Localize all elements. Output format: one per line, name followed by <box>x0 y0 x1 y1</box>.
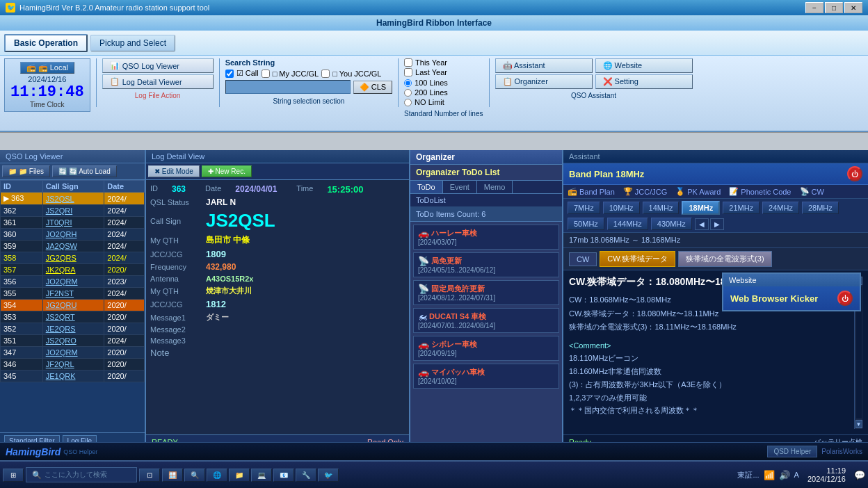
table-row[interactable]: 356 JO2QRM 2023/ <box>1 276 145 288</box>
table-row[interactable]: 352 JE2QRS 2020/ <box>1 323 145 335</box>
this-year-checkbox[interactable] <box>404 58 412 67</box>
local-button[interactable]: 📻 📻 Local <box>20 62 74 74</box>
taskbar-app-3[interactable]: 🌐 <box>207 469 227 482</box>
band-plan-title: Band Plan 18MHz <box>569 169 644 179</box>
list-item[interactable]: 🚗 ハーレー車検 [2024/03/07] <box>413 225 559 250</box>
tab-phonetic-code[interactable]: 📝 Phonetic Code <box>729 187 791 196</box>
table-row[interactable]: 355 JF2NST 2024/ <box>1 288 145 300</box>
scroll-down-button[interactable]: ▼ <box>855 420 862 428</box>
cw-tab-cw[interactable]: CW <box>569 252 597 266</box>
taskbar-app-2[interactable]: 🔍 <box>184 469 205 482</box>
taskbar-app-7[interactable]: 🔧 <box>296 469 316 482</box>
next-arrow[interactable]: ▶ <box>710 218 724 230</box>
tab-jcc-jcg[interactable]: 🏆 JCC/JCG <box>623 187 667 196</box>
freq-144mhz[interactable]: 144MHz <box>607 218 648 230</box>
tab-memo[interactable]: Memo <box>477 181 513 193</box>
no-limit-radio[interactable] <box>404 99 412 106</box>
tab-band-plan[interactable]: 📻 Band Plan <box>568 187 615 196</box>
start-button[interactable]: ⊞ <box>3 469 24 482</box>
you-jcc-gl-checkbox[interactable] <box>321 70 330 78</box>
organizer-button[interactable]: 📋 Organizer <box>495 74 593 89</box>
tab-pickup-and-select[interactable]: Pickup and Select <box>90 35 175 51</box>
freq-10mhz[interactable]: 10MHz <box>603 202 640 214</box>
prev-arrow[interactable]: ◀ <box>695 218 709 230</box>
cw-tab-narrow[interactable]: CW.狭帯域データ <box>600 251 675 267</box>
200-lines-radio[interactable] <box>404 89 412 97</box>
last-year-label: Last Year <box>415 68 447 76</box>
list-item[interactable]: 🏍 DUCATI S4 車検 [2024/07/01..2024/08/14] <box>413 308 559 333</box>
freq-28mhz[interactable]: 28MHz <box>802 202 839 214</box>
tab-cw[interactable]: 📡 CW <box>800 187 824 196</box>
taskbar-app-8[interactable]: 🐦 <box>318 469 339 482</box>
band-plan-power-button[interactable]: ⏻ <box>847 166 862 181</box>
taskbar-search-box[interactable]: 🔍 ここに入力して検索 <box>26 467 137 482</box>
taskbar-app-6[interactable]: 📧 <box>273 469 294 482</box>
edit-mode-button[interactable]: ✖ Edit Mode <box>148 165 200 177</box>
maximize-button[interactable]: □ <box>825 2 843 13</box>
freq-14mhz[interactable]: 14MHz <box>643 202 680 214</box>
notification-icon[interactable]: 💬 <box>854 470 865 480</box>
call-checkbox[interactable] <box>225 70 234 78</box>
minimize-button[interactable]: − <box>805 2 823 13</box>
table-row[interactable]: 360 JO2QRH 2024/ <box>1 229 145 241</box>
cell-callsign: JS2QSL <box>42 193 104 205</box>
list-item[interactable]: 🚗 マイバッハ車検 [2024/10/02] <box>413 364 559 389</box>
list-item[interactable]: 🚗 シボレー車検 [2024/09/19] <box>413 336 559 361</box>
table-row[interactable]: 354 JG2QRU 2020/ <box>1 300 145 311</box>
table-row[interactable]: 345 JE1QRK 2020/ <box>1 371 145 382</box>
local-date: 2024/12/16 <box>10 75 84 83</box>
100-lines-radio[interactable] <box>404 79 412 87</box>
table-row[interactable]: ▶ 363 JS2QSL 2024/ <box>1 193 145 205</box>
table-row[interactable]: 346 JF2QRL 2020/ <box>1 359 145 371</box>
close-button[interactable]: ✕ <box>844 2 862 13</box>
taskbar-app-4[interactable]: 📁 <box>229 469 250 482</box>
table-row[interactable]: 362 JS2QRI 2024/ <box>1 205 145 217</box>
files-button[interactable]: 📁 📁 Files <box>2 165 50 177</box>
table-row[interactable]: 357 JK2QRA 2020/ <box>1 264 145 276</box>
freq-50mhz[interactable]: 50MHz <box>568 218 604 230</box>
web-kicker-power-button[interactable]: ⏻ <box>837 291 853 306</box>
my-jcc-gl-checkbox[interactable] <box>262 70 270 78</box>
qso-helper-button[interactable]: QSD Helper <box>767 446 817 457</box>
files-icon: 📁 <box>8 168 17 175</box>
freq-24mhz[interactable]: 24MHz <box>762 202 799 214</box>
setting-button[interactable]: ❌ Setting <box>595 74 693 89</box>
table-row[interactable]: 353 JS2QRT 2020/ <box>1 311 145 323</box>
qso-log-viewer-button[interactable]: 📊 QSO Log Viewer <box>102 58 214 73</box>
list-item[interactable]: 📡 固定局免許更新 [2024/08/12..2024/07/31] <box>413 280 559 305</box>
taskbar-app-1[interactable]: 🪟 <box>162 469 183 482</box>
table-row[interactable]: 347 JO2QRM 2020/ <box>1 347 145 359</box>
assistant-button[interactable]: 🤖 Assistant <box>495 58 593 73</box>
cw-tab-all-wave[interactable]: 狭帯域の全電波形式(3) <box>678 251 771 267</box>
table-row[interactable]: 361 JT0QRI 2024/ <box>1 217 145 229</box>
cell-id: 362 <box>1 205 43 217</box>
keyboard-a-icon: A <box>794 471 799 479</box>
my-qth2-label: My QTH <box>150 287 206 295</box>
cls-button[interactable]: 🔶 CLS <box>353 81 392 94</box>
control-area: 📻 📻 Local 2024/12/16 11:19:48 Time Clock… <box>0 56 868 132</box>
list-item[interactable]: 📡 局免更新 [2024/05/15..2024/06/12] <box>413 252 559 277</box>
tab-todo[interactable]: ToDo <box>410 181 443 193</box>
tab-pk-award[interactable]: 🏅 PK Award <box>675 187 721 196</box>
log-detail-viewer-button[interactable]: 📋 Log Detail Viewer <box>102 74 214 89</box>
task-view-button[interactable]: ⊡ <box>139 469 160 482</box>
freq-18mhz[interactable]: 18MHz <box>682 201 720 215</box>
search-input[interactable] <box>225 80 351 94</box>
freq-label: Frequency <box>150 263 206 271</box>
tab-basic-operation[interactable]: Basic Operation <box>4 34 88 52</box>
last-year-row: Last Year <box>404 68 483 76</box>
todo-item-header: 📡 固定局免許更新 <box>418 284 554 294</box>
website-button[interactable]: 🌐 Website <box>595 58 693 73</box>
table-row[interactable]: 351 JS2QRO 2024/ <box>1 335 145 347</box>
last-year-checkbox[interactable] <box>404 68 412 76</box>
freq-430mhz[interactable]: 430MHz <box>651 218 692 230</box>
table-row[interactable]: 359 JA2QSW 2024/ <box>1 241 145 252</box>
freq-7mhz[interactable]: 7MHz <box>568 202 600 214</box>
todo-date: [2024/07/01..2024/08/14] <box>418 322 554 330</box>
freq-21mhz[interactable]: 21MHz <box>723 202 760 214</box>
auto-load-button[interactable]: 🔄 🔄 Auto Load <box>52 165 117 177</box>
new-rec-button[interactable]: ✚ New Rec. <box>202 165 252 177</box>
tab-event[interactable]: Event <box>443 181 477 193</box>
taskbar-app-5[interactable]: 💻 <box>251 469 272 482</box>
table-row[interactable]: 358 JG2QRS 2024/ <box>1 252 145 264</box>
